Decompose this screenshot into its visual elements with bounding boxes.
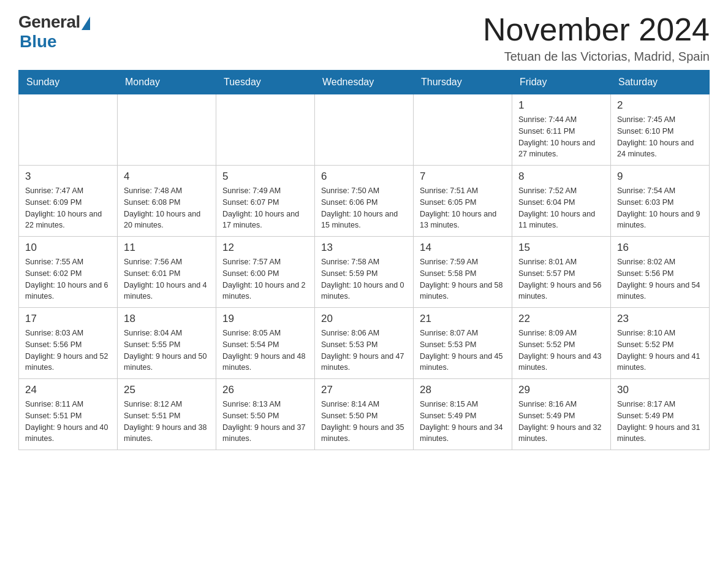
day-info: Sunrise: 7:45 AMSunset: 6:10 PMDaylight:… bbox=[617, 114, 703, 160]
day-info: Sunrise: 7:47 AMSunset: 6:09 PMDaylight:… bbox=[25, 185, 111, 231]
day-number: 29 bbox=[518, 384, 604, 396]
day-number: 10 bbox=[25, 242, 111, 254]
day-cell: 27Sunrise: 8:14 AMSunset: 5:50 PMDayligh… bbox=[315, 379, 414, 450]
week-row-1: 1Sunrise: 7:44 AMSunset: 6:11 PMDaylight… bbox=[19, 94, 710, 166]
day-info: Sunrise: 8:13 AMSunset: 5:50 PMDaylight:… bbox=[222, 399, 308, 445]
day-cell: 16Sunrise: 8:02 AMSunset: 5:56 PMDayligh… bbox=[611, 237, 710, 308]
day-number: 4 bbox=[124, 170, 210, 183]
day-number: 11 bbox=[124, 242, 210, 254]
day-cell: 20Sunrise: 8:06 AMSunset: 5:53 PMDayligh… bbox=[315, 308, 414, 379]
day-cell: 18Sunrise: 8:04 AMSunset: 5:55 PMDayligh… bbox=[118, 308, 216, 379]
day-info: Sunrise: 7:58 AMSunset: 5:59 PMDaylight:… bbox=[321, 256, 407, 302]
day-info: Sunrise: 7:55 AMSunset: 6:02 PMDaylight:… bbox=[25, 256, 111, 302]
day-number: 27 bbox=[321, 384, 407, 396]
day-info: Sunrise: 8:07 AMSunset: 5:53 PMDaylight:… bbox=[420, 327, 506, 373]
day-number: 3 bbox=[25, 170, 111, 183]
day-cell bbox=[414, 94, 512, 166]
day-number: 2 bbox=[617, 99, 703, 112]
day-number: 16 bbox=[617, 242, 703, 254]
day-number: 21 bbox=[420, 313, 506, 325]
day-info: Sunrise: 7:57 AMSunset: 6:00 PMDaylight:… bbox=[222, 256, 308, 302]
day-cell: 21Sunrise: 8:07 AMSunset: 5:53 PMDayligh… bbox=[414, 308, 512, 379]
day-cell: 22Sunrise: 8:09 AMSunset: 5:52 PMDayligh… bbox=[512, 308, 611, 379]
day-number: 17 bbox=[25, 313, 111, 325]
day-cell: 28Sunrise: 8:15 AMSunset: 5:49 PMDayligh… bbox=[414, 379, 512, 450]
day-cell: 23Sunrise: 8:10 AMSunset: 5:52 PMDayligh… bbox=[611, 308, 710, 379]
day-number: 30 bbox=[617, 384, 703, 396]
day-cell: 30Sunrise: 8:17 AMSunset: 5:49 PMDayligh… bbox=[611, 379, 710, 450]
day-cell: 15Sunrise: 8:01 AMSunset: 5:57 PMDayligh… bbox=[512, 237, 611, 308]
day-number: 13 bbox=[321, 242, 407, 254]
day-info: Sunrise: 8:15 AMSunset: 5:49 PMDaylight:… bbox=[420, 399, 506, 445]
day-cell bbox=[19, 94, 118, 166]
day-cell: 6Sunrise: 7:50 AMSunset: 6:06 PMDaylight… bbox=[315, 166, 414, 237]
header-friday: Friday bbox=[512, 71, 611, 94]
day-cell: 19Sunrise: 8:05 AMSunset: 5:54 PMDayligh… bbox=[216, 308, 315, 379]
week-row-2: 3Sunrise: 7:47 AMSunset: 6:09 PMDaylight… bbox=[19, 166, 710, 237]
day-cell: 3Sunrise: 7:47 AMSunset: 6:09 PMDaylight… bbox=[19, 166, 118, 237]
day-number: 7 bbox=[420, 170, 506, 183]
day-number: 9 bbox=[617, 170, 703, 183]
day-cell bbox=[216, 94, 315, 166]
day-info: Sunrise: 8:01 AMSunset: 5:57 PMDaylight:… bbox=[518, 256, 604, 302]
day-cell: 12Sunrise: 7:57 AMSunset: 6:00 PMDayligh… bbox=[216, 237, 315, 308]
day-number: 5 bbox=[222, 170, 308, 183]
day-cell: 4Sunrise: 7:48 AMSunset: 6:08 PMDaylight… bbox=[118, 166, 216, 237]
header-sunday: Sunday bbox=[19, 71, 118, 94]
calendar-header: SundayMondayTuesdayWednesdayThursdayFrid… bbox=[19, 71, 710, 94]
logo-blue-text: Blue bbox=[20, 32, 57, 52]
calendar-body: 1Sunrise: 7:44 AMSunset: 6:11 PMDaylight… bbox=[19, 94, 710, 450]
day-number: 19 bbox=[222, 313, 308, 325]
day-info: Sunrise: 7:56 AMSunset: 6:01 PMDaylight:… bbox=[124, 256, 210, 302]
day-cell: 9Sunrise: 7:54 AMSunset: 6:03 PMDaylight… bbox=[611, 166, 710, 237]
calendar-title: November 2024 bbox=[483, 12, 710, 47]
day-info: Sunrise: 7:49 AMSunset: 6:07 PMDaylight:… bbox=[222, 185, 308, 231]
day-cell: 5Sunrise: 7:49 AMSunset: 6:07 PMDaylight… bbox=[216, 166, 315, 237]
day-number: 20 bbox=[321, 313, 407, 325]
day-info: Sunrise: 8:14 AMSunset: 5:50 PMDaylight:… bbox=[321, 399, 407, 445]
day-cell: 1Sunrise: 7:44 AMSunset: 6:11 PMDaylight… bbox=[512, 94, 611, 166]
day-cell: 14Sunrise: 7:59 AMSunset: 5:58 PMDayligh… bbox=[414, 237, 512, 308]
day-cell: 10Sunrise: 7:55 AMSunset: 6:02 PMDayligh… bbox=[19, 237, 118, 308]
day-cell: 29Sunrise: 8:16 AMSunset: 5:49 PMDayligh… bbox=[512, 379, 611, 450]
day-number: 22 bbox=[518, 313, 604, 325]
day-number: 8 bbox=[518, 170, 604, 183]
day-info: Sunrise: 8:06 AMSunset: 5:53 PMDaylight:… bbox=[321, 327, 407, 373]
day-cell: 11Sunrise: 7:56 AMSunset: 6:01 PMDayligh… bbox=[118, 237, 216, 308]
day-cell: 25Sunrise: 8:12 AMSunset: 5:51 PMDayligh… bbox=[118, 379, 216, 450]
day-info: Sunrise: 8:03 AMSunset: 5:56 PMDaylight:… bbox=[25, 327, 111, 373]
day-info: Sunrise: 8:05 AMSunset: 5:54 PMDaylight:… bbox=[222, 327, 308, 373]
logo: General Blue bbox=[18, 12, 90, 52]
day-info: Sunrise: 7:51 AMSunset: 6:05 PMDaylight:… bbox=[420, 185, 506, 231]
day-info: Sunrise: 8:04 AMSunset: 5:55 PMDaylight:… bbox=[124, 327, 210, 373]
day-number: 18 bbox=[124, 313, 210, 325]
day-cell: 26Sunrise: 8:13 AMSunset: 5:50 PMDayligh… bbox=[216, 379, 315, 450]
day-info: Sunrise: 7:59 AMSunset: 5:58 PMDaylight:… bbox=[420, 256, 506, 302]
day-info: Sunrise: 8:02 AMSunset: 5:56 PMDaylight:… bbox=[617, 256, 703, 302]
day-header-row: SundayMondayTuesdayWednesdayThursdayFrid… bbox=[19, 71, 710, 94]
title-area: November 2024 Tetuan de las Victorias, M… bbox=[483, 12, 710, 64]
logo-triangle-icon bbox=[82, 17, 90, 30]
header-thursday: Thursday bbox=[414, 71, 512, 94]
day-info: Sunrise: 8:17 AMSunset: 5:49 PMDaylight:… bbox=[617, 399, 703, 445]
day-info: Sunrise: 8:12 AMSunset: 5:51 PMDaylight:… bbox=[124, 399, 210, 445]
day-cell: 24Sunrise: 8:11 AMSunset: 5:51 PMDayligh… bbox=[19, 379, 118, 450]
header-saturday: Saturday bbox=[611, 71, 710, 94]
day-cell: 2Sunrise: 7:45 AMSunset: 6:10 PMDaylight… bbox=[611, 94, 710, 166]
day-cell: 8Sunrise: 7:52 AMSunset: 6:04 PMDaylight… bbox=[512, 166, 611, 237]
day-info: Sunrise: 8:10 AMSunset: 5:52 PMDaylight:… bbox=[617, 327, 703, 373]
week-row-5: 24Sunrise: 8:11 AMSunset: 5:51 PMDayligh… bbox=[19, 379, 710, 450]
day-number: 25 bbox=[124, 384, 210, 396]
calendar-subtitle: Tetuan de las Victorias, Madrid, Spain bbox=[483, 50, 710, 64]
day-info: Sunrise: 7:50 AMSunset: 6:06 PMDaylight:… bbox=[321, 185, 407, 231]
day-number: 14 bbox=[420, 242, 506, 254]
day-number: 15 bbox=[518, 242, 604, 254]
day-info: Sunrise: 8:11 AMSunset: 5:51 PMDaylight:… bbox=[25, 399, 111, 445]
header-tuesday: Tuesday bbox=[216, 71, 315, 94]
day-cell bbox=[315, 94, 414, 166]
day-info: Sunrise: 8:16 AMSunset: 5:49 PMDaylight:… bbox=[518, 399, 604, 445]
day-cell: 13Sunrise: 7:58 AMSunset: 5:59 PMDayligh… bbox=[315, 237, 414, 308]
header-monday: Monday bbox=[118, 71, 216, 94]
day-number: 6 bbox=[321, 170, 407, 183]
day-cell bbox=[118, 94, 216, 166]
